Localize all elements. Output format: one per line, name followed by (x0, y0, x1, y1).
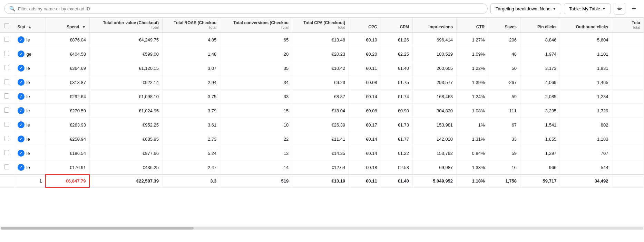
cell-conversions: 22 (220, 132, 292, 146)
table-row: le €876.04 €4,249.75 4.85 65 €13.48 €0.1… (0, 32, 644, 47)
row-checkbox[interactable] (4, 65, 9, 70)
cell-pin-clicks: 3,295 (520, 104, 560, 118)
cell-order-value: €1,024.95 (89, 104, 162, 118)
row-checkbox[interactable] (4, 108, 9, 113)
totals-cpa: €13.19 (292, 175, 349, 187)
totals-conversions: 519 (220, 175, 292, 187)
col-cpc: CPC (349, 18, 381, 32)
cell-checkbox[interactable] (0, 32, 14, 47)
targeting-breakdown-dropdown[interactable]: Targeting breakdown: None ▼ (490, 3, 561, 14)
toolbar-right: Targeting breakdown: None ▼ Table: My Ta… (490, 3, 640, 15)
cell-outbound-clicks: 802 (560, 118, 612, 132)
cell-status: le (14, 132, 46, 146)
cell-total (612, 75, 644, 90)
cell-impressions: 142,020 (413, 132, 457, 146)
row-checkbox[interactable] (4, 136, 9, 141)
col-checkbox (0, 18, 14, 32)
col-total: Tota Total (612, 18, 644, 32)
cell-status: le (14, 75, 46, 90)
totals-impressions: 5,049,952 (413, 175, 457, 187)
table-row: le €364.69 €1,120.15 3.07 35 €10.42 €0.1… (0, 61, 644, 75)
row-checkbox[interactable] (4, 122, 9, 127)
cell-conversions: 65 (220, 32, 292, 47)
cell-checkbox[interactable] (0, 160, 14, 175)
cell-checkbox[interactable] (0, 61, 14, 75)
cell-cpc: €0.20 (349, 47, 381, 61)
cell-conversions: 34 (220, 75, 292, 90)
cell-saves: 48 (488, 47, 520, 61)
cell-outbound-clicks: 544 (560, 160, 612, 175)
ad-name: le (27, 80, 30, 85)
edit-button[interactable]: ✏ (614, 3, 625, 15)
cell-checkbox[interactable] (0, 90, 14, 104)
cell-impressions: 69,987 (413, 160, 457, 175)
cell-cpm: €1.74 (381, 90, 412, 104)
scrollbar-track[interactable] (1, 227, 643, 230)
cell-pin-clicks: 1,541 (520, 118, 560, 132)
ad-name: le (27, 37, 30, 43)
table-row: le €292.64 €1,098.10 3.75 33 €8.87 €0.14… (0, 90, 644, 104)
cell-checkbox[interactable] (0, 75, 14, 90)
totals-outbound-clicks: 34,492 (560, 175, 612, 187)
data-table-wrapper[interactable]: Stat ▲ Spend ▼ Total order value (Checko… (0, 18, 644, 226)
row-checkbox[interactable] (4, 93, 9, 99)
cell-saves: 206 (488, 32, 520, 47)
cell-outbound-clicks: 1,729 (560, 104, 612, 118)
cell-checkbox[interactable] (0, 47, 14, 61)
row-checkbox[interactable] (4, 150, 9, 155)
cell-conversions: 35 (220, 61, 292, 75)
totals-saves: 1,758 (488, 175, 520, 187)
row-checkbox[interactable] (4, 164, 9, 169)
ad-name: ge (27, 52, 31, 57)
cell-saves: 67 (488, 118, 520, 132)
select-all-checkbox[interactable] (4, 23, 9, 28)
cell-checkbox[interactable] (0, 118, 14, 132)
toolbar: 🔍 Targeting breakdown: None ▼ Table: My … (0, 0, 644, 18)
col-outbound-clicks-label: Outbound clicks (576, 25, 608, 29)
cell-total (612, 104, 644, 118)
cell-saves: 16 (488, 160, 520, 175)
col-roas-label: Total ROAS (Checkou (174, 20, 217, 25)
cell-ctr: 1.22% (457, 61, 488, 75)
cell-impressions: 180,529 (413, 47, 457, 61)
cell-cpc: €0.18 (349, 160, 381, 175)
table-selector-dropdown[interactable]: Table: My Table ▼ (564, 3, 611, 14)
search-container[interactable]: 🔍 (4, 3, 488, 14)
status-active-icon (18, 36, 25, 43)
cell-checkbox[interactable] (0, 104, 14, 118)
cell-ctr: 1.24% (457, 90, 488, 104)
cell-cpa: €10.42 (292, 61, 349, 75)
search-input[interactable] (18, 6, 482, 11)
col-ctr-label: CTR (476, 25, 485, 29)
horizontal-scrollbar[interactable] (0, 226, 644, 230)
cell-spend: €313.87 (46, 75, 89, 90)
add-button[interactable]: + (628, 3, 640, 15)
sort-down-icon: ▼ (82, 25, 86, 29)
cell-cpa: €13.48 (292, 32, 349, 47)
status-active-icon (18, 121, 25, 128)
cell-checkbox[interactable] (0, 146, 14, 160)
cell-pin-clicks: 966 (520, 160, 560, 175)
cell-total (612, 90, 644, 104)
row-checkbox[interactable] (4, 37, 9, 42)
cell-status: le (14, 118, 46, 132)
cell-cpm: €1.77 (381, 132, 412, 146)
cell-spend: €186.54 (46, 146, 89, 160)
col-impressions: Impressions (413, 18, 457, 32)
cell-spend: €364.69 (46, 61, 89, 75)
cell-checkbox[interactable] (0, 132, 14, 146)
cell-roas: 2.73 (163, 132, 220, 146)
scrollbar-thumb[interactable] (1, 227, 194, 230)
row-checkbox[interactable] (4, 51, 9, 56)
chevron-down-icon: ▼ (553, 7, 556, 11)
col-status[interactable]: Stat ▲ (14, 18, 46, 32)
col-order-value-label: Total order value (Checkout) (103, 20, 159, 25)
col-spend[interactable]: Spend ▼ (46, 18, 89, 32)
cell-roas: 3.79 (163, 104, 220, 118)
cell-roas: 3.61 (163, 118, 220, 132)
table-row: le €313.87 €922.14 2.94 34 €9.23 €0.08 €… (0, 75, 644, 90)
table-row: le €186.54 €977.66 5.24 13 €14.35 €0.14 … (0, 146, 644, 160)
cell-total (612, 160, 644, 175)
row-checkbox[interactable] (4, 79, 9, 84)
cell-ctr: 1.08% (457, 104, 488, 118)
